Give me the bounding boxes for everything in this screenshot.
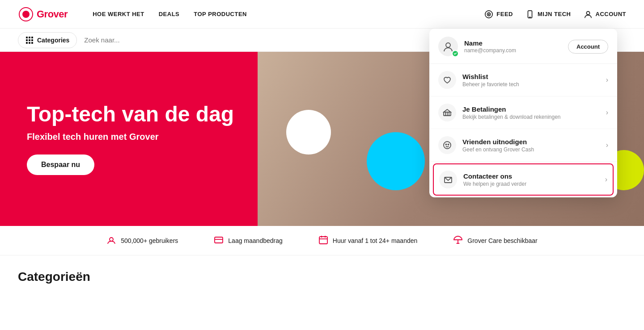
calendar-icon <box>318 235 328 246</box>
svg-point-32 <box>446 144 447 145</box>
avatar-wrap <box>438 37 458 56</box>
nav-links: HOE WERKT HET DEALS TOP PRODUCTEN <box>93 11 247 17</box>
categories-label: Categories <box>37 37 69 44</box>
svg-point-18 <box>110 238 113 241</box>
vrienden-label: Vrienden uitnodigen <box>462 138 534 146</box>
stat-huur-text: Huur vanaf 1 tot 24+ maanden <box>333 237 418 244</box>
nav-link-hoe-werkt-het[interactable]: HOE WERKT HET <box>93 11 144 17</box>
feed-icon <box>484 10 493 19</box>
logo-text: Grover <box>37 8 68 20</box>
stats-bar: 500,000+ gebruikers Laag maandbedrag Huu… <box>0 226 644 255</box>
svg-point-5 <box>488 14 489 15</box>
betalingen-label: Je Betalingen <box>462 105 561 113</box>
mijn-tech-label: MIJN TECH <box>538 11 571 17</box>
bank-icon <box>443 108 452 117</box>
svg-point-2 <box>22 11 30 18</box>
smile-icon-wrap <box>438 136 456 154</box>
betalingen-desc: Bekijk betalingen & download rekeningen <box>462 114 561 120</box>
chevron-icon: › <box>606 109 608 117</box>
categories-title: Categorieën <box>18 270 626 284</box>
feed-label: FEED <box>496 11 513 17</box>
wishlist-icon-wrap <box>438 71 456 89</box>
svg-rect-11 <box>31 37 33 38</box>
categories-section: Categorieën <box>0 255 644 298</box>
svg-rect-10 <box>29 37 30 38</box>
wishlist-label: Wishlist <box>462 73 519 80</box>
account-label: ACCOUNT <box>596 11 627 17</box>
account-button[interactable]: Account <box>568 40 608 54</box>
stat-huur: Huur vanaf 1 tot 24+ maanden <box>318 235 418 246</box>
nav-link-top-producten[interactable]: TOP PRODUCTEN <box>194 11 247 17</box>
stat-users: 500,000+ gebruikers <box>106 235 178 246</box>
stat-users-text: 500,000+ gebruikers <box>121 237 178 244</box>
search-input[interactable] <box>84 33 352 47</box>
svg-rect-12 <box>26 39 28 41</box>
mail-icon-wrap <box>439 171 457 188</box>
umbrella-icon <box>453 235 463 246</box>
dropdown-user: Name name@company.com <box>438 37 516 56</box>
svg-rect-16 <box>29 42 30 44</box>
svg-point-31 <box>444 142 451 149</box>
stat-laag-text: Laag maandbedrag <box>228 237 282 244</box>
vrienden-desc: Geef en ontvang Grover Cash <box>462 146 534 153</box>
nav-right: FEED MIJN TECH ACCOUNT <box>484 10 626 19</box>
stat-care: Grover Care beschikbaar <box>453 235 537 246</box>
svg-rect-14 <box>31 39 33 41</box>
phone-icon <box>525 10 534 19</box>
stat-laag: Laag maandbedrag <box>214 235 282 246</box>
svg-rect-19 <box>215 237 223 243</box>
wishlist-desc: Beheer je favoriete tech <box>462 81 519 88</box>
users-icon <box>106 235 116 246</box>
svg-rect-13 <box>29 39 30 41</box>
avatar-icon <box>442 41 454 52</box>
nav-action-mijn-tech[interactable]: MIJN TECH <box>525 10 571 19</box>
nav-link-deals[interactable]: DEALS <box>159 11 180 17</box>
logo[interactable]: Grover <box>18 6 68 22</box>
dropdown-header: Name name@company.com Account <box>429 29 617 64</box>
heart-icon <box>443 75 452 84</box>
svg-point-33 <box>448 144 449 145</box>
svg-point-8 <box>586 11 589 14</box>
hero-subtitle: Flexibel tech huren met Grover <box>27 132 234 142</box>
stat-care-text: Grover Care beschikbaar <box>467 237 537 244</box>
smile-icon <box>443 141 452 150</box>
account-dropdown: Name name@company.com Account Wishlist B… <box>429 29 617 197</box>
navbar: Grover HOE WERKT HET DEALS TOP PRODUCTEN… <box>0 0 644 29</box>
chevron-icon: › <box>605 175 607 184</box>
nav-action-feed[interactable]: FEED <box>484 10 513 19</box>
chevron-icon: › <box>606 76 608 84</box>
contact-desc: We helpen je graad verder <box>463 181 526 187</box>
svg-rect-17 <box>31 42 33 44</box>
circle-white <box>286 110 331 155</box>
svg-rect-21 <box>319 237 327 244</box>
hero-title: Top-tech van de dag <box>27 103 234 126</box>
circle-cyan <box>367 132 425 190</box>
dropdown-item-vrienden[interactable]: Vrienden uitnodigen Geef en ontvang Grov… <box>429 129 617 162</box>
contact-label: Contacteer ons <box>463 172 526 180</box>
nav-action-account[interactable]: ACCOUNT <box>584 10 627 19</box>
nav-left: Grover HOE WERKT HET DEALS TOP PRODUCTEN <box>18 6 247 22</box>
user-info: Name name@company.com <box>464 39 516 54</box>
chevron-icon: › <box>606 141 608 149</box>
svg-point-26 <box>446 43 450 47</box>
grid-icon <box>25 36 34 44</box>
mail-icon <box>444 175 453 184</box>
bank-icon-wrap <box>438 104 456 121</box>
user-name: Name <box>464 39 516 47</box>
avatar-check <box>452 50 459 57</box>
user-icon <box>584 10 593 19</box>
svg-rect-15 <box>26 42 28 44</box>
dropdown-item-wishlist[interactable]: Wishlist Beheer je favoriete tech › <box>429 64 617 96</box>
categories-button[interactable]: Categories <box>18 32 77 48</box>
dropdown-item-contact[interactable]: Contacteer ons We helpen je graad verder… <box>433 163 614 196</box>
dropdown-item-betalingen[interactable]: Je Betalingen Bekijk betalingen & downlo… <box>429 96 617 129</box>
hero-cta-button[interactable]: Bespaar nu <box>27 155 94 175</box>
card-icon <box>214 235 224 246</box>
user-email: name@company.com <box>464 47 516 54</box>
hero-content: Top-tech van de dag Flexibel tech huren … <box>27 103 234 175</box>
svg-rect-9 <box>26 37 28 38</box>
